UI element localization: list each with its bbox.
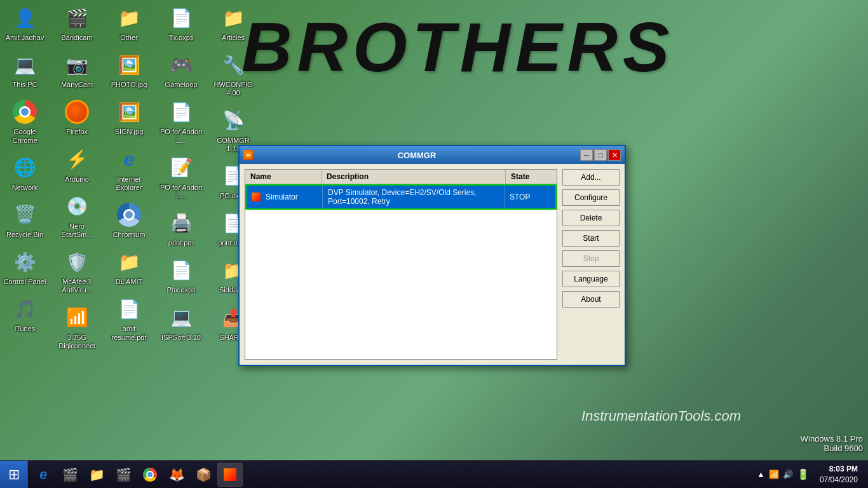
icon-internet-explorer[interactable]: e Internet Explorer <box>104 142 154 196</box>
start-button[interactable]: ⊞ <box>0 461 28 489</box>
icon-nero[interactable]: 💿 Nero StartSm... <box>52 189 102 243</box>
start-icon: ⊞ <box>8 466 20 483</box>
row-state-cell: STOP <box>505 186 555 208</box>
icon-tx-oxps[interactable]: 📄 Tx.oxps <box>156 0 206 46</box>
clock-display[interactable]: 8:03 PM 07/04/2020 <box>815 464 863 485</box>
language-button[interactable]: Language <box>562 271 620 287</box>
row-name-cell: Simulator <box>247 186 323 208</box>
commgr-table: Name Description State Simulator DVP Sim… <box>245 169 557 360</box>
taskbar-ie-icon[interactable]: e <box>31 463 56 487</box>
window-title-icon-area <box>243 150 254 160</box>
icon-itunes[interactable]: 🎵 iTunes <box>0 291 50 337</box>
icon-articles[interactable]: 📁 Articles <box>208 0 258 46</box>
commgr-title-icon <box>243 150 254 160</box>
icon-arduino[interactable]: ⚡ Arduino <box>52 142 102 187</box>
taskbar-commgr-active-icon[interactable] <box>217 463 243 487</box>
table-header: Name Description State <box>245 170 557 184</box>
stop-button[interactable]: Stop <box>562 250 620 267</box>
about-button[interactable]: About <box>562 291 620 308</box>
icon-ispsoft[interactable]: 💻 ISPSoft 3.10 <box>156 300 206 346</box>
icon-bandicam[interactable]: 🎬 Bandicam <box>52 0 102 46</box>
add-button[interactable]: Add... <box>562 169 620 186</box>
icon-manycam[interactable]: 📷 ManyCam <box>52 47 102 93</box>
svg-rect-1 <box>247 154 250 156</box>
side-buttons-panel: Add... Configure Delete Start Stop Langu… <box>562 169 620 360</box>
row-description-cell: DVP Simulator, Device=EH2/SV/Old Series,… <box>323 186 505 208</box>
windows-version-info: Windows 8.1 Pro Build 9600 <box>801 434 863 453</box>
icon-print-prn[interactable]: 🖨️ print.prn <box>156 205 206 251</box>
close-button[interactable]: ✕ <box>608 149 621 161</box>
table-row-simulator[interactable]: Simulator DVP Simulator, Device=EH2/SV/O… <box>245 184 557 210</box>
clock-time: 8:03 PM <box>820 464 858 475</box>
start-button[interactable]: Start <box>562 230 620 247</box>
icon-mcafee[interactable]: 🛡️ McAfee® AntiViru... <box>52 244 102 298</box>
taskbar: ⊞ e 🎬 📁 🎬 🦊 📦 ▲ 📶 🔊 🔋 <box>0 460 868 488</box>
column-header-description: Description <box>322 170 506 184</box>
icon-gameloop[interactable]: 🎮 Gameloop <box>156 47 206 93</box>
icon-photo-jpg[interactable]: 🖼️ PHOTO.jpg <box>104 47 154 93</box>
delete-button[interactable]: Delete <box>562 210 620 226</box>
icon-recycle-bin[interactable]: 🗑️ Recycle Bin <box>0 197 50 243</box>
tray-sound-icon[interactable]: 🔊 <box>783 470 793 479</box>
icon-hwconfig[interactable]: 🔧 HWCONFIG 4.00 <box>208 47 258 101</box>
clock-date: 07/04/2020 <box>820 475 858 485</box>
tray-arrow-icon[interactable]: ▲ <box>757 470 765 479</box>
icon-other[interactable]: 📁 Other <box>104 0 154 46</box>
tray-network-icon[interactable]: 📶 <box>769 470 779 479</box>
taskbar-items: e 🎬 📁 🎬 🦊 📦 <box>28 461 752 488</box>
taskbar-bandicam-icon[interactable]: 🎬 <box>57 463 83 487</box>
window-titlebar[interactable]: COMMGR ─ □ ✕ <box>240 146 625 164</box>
desktop-icons: 👤 Amit Jadhav 💻 This PC Google Chrome 🌐 … <box>0 0 259 355</box>
restore-button[interactable]: □ <box>594 149 607 161</box>
icon-pbx-oxps[interactable]: 📄 Pbx.oxps <box>156 252 206 298</box>
icon-amit-resume[interactable]: 📄 amit resume.pdf <box>104 291 154 345</box>
window-title-text: COMMGR <box>254 151 580 160</box>
taskbar-explorer-icon[interactable]: 📁 <box>84 463 109 487</box>
configure-button[interactable]: Configure <box>562 189 620 206</box>
taskbar-media-icon[interactable]: 🎬 <box>111 463 136 487</box>
icon-375g[interactable]: 📶 3.75G Digiconnect <box>52 300 102 354</box>
column-header-name: Name <box>245 170 322 184</box>
icon-control-panel[interactable]: ⚙️ Control Panel <box>0 244 50 290</box>
icon-network[interactable]: 🌐 Network <box>0 150 50 196</box>
taskbar-right: ▲ 📶 🔊 🔋 8:03 PM 07/04/2020 <box>752 461 868 488</box>
column-header-state: State <box>506 170 557 184</box>
taskbar-chrome-icon[interactable] <box>137 463 163 487</box>
icon-po-andon1[interactable]: 📄 PO for Andon L... <box>156 94 206 148</box>
icon-po-andon2[interactable]: 📝 PO for Andon L... <box>156 150 206 204</box>
watermark-text: InstrumentationTools.com <box>581 408 741 424</box>
minimize-button[interactable]: ─ <box>580 149 593 161</box>
icon-google-chrome[interactable]: Google Chrome <box>0 94 50 148</box>
window-controls: ─ □ ✕ <box>580 149 621 161</box>
taskbar-firefox-icon[interactable]: 🦊 <box>164 463 189 487</box>
icon-firefox[interactable]: Firefox <box>52 94 102 140</box>
icon-sign-jpg[interactable]: 🖼️ SIGN.jpg <box>104 94 154 140</box>
icon-chromium[interactable]: Chromium <box>104 197 154 243</box>
brothers-logo-text: BROTHERS <box>241 6 674 87</box>
taskbar-package-icon[interactable]: 📦 <box>191 463 216 487</box>
icon-this-pc[interactable]: 💻 This PC <box>0 47 50 93</box>
tray-battery-icon[interactable]: 🔋 <box>797 468 810 480</box>
icon-dl-amit[interactable]: 📁 DL AMIT <box>104 244 154 290</box>
system-tray: ▲ 📶 🔊 🔋 <box>757 468 810 480</box>
commgr-window: COMMGR ─ □ ✕ Name Description State Simu… <box>238 145 626 366</box>
window-body: Name Description State Simulator DVP Sim… <box>240 164 625 365</box>
icon-amit-jadhav[interactable]: 👤 Amit Jadhav <box>0 0 50 46</box>
